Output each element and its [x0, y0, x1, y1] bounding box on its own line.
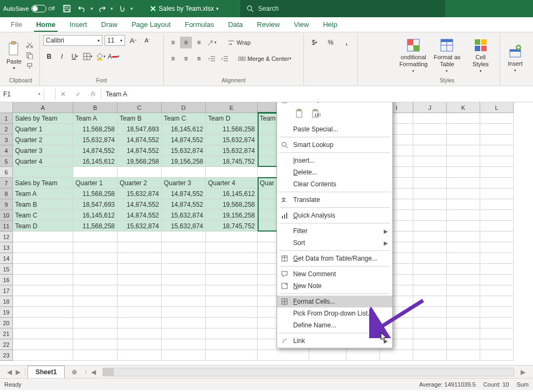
cell[interactable]: [480, 307, 514, 318]
cell[interactable]: [413, 285, 447, 296]
cell[interactable]: [13, 232, 73, 242]
row-header-13[interactable]: 13: [0, 242, 13, 253]
cell[interactable]: 15,632,874: [162, 210, 206, 221]
cell[interactable]: [480, 350, 514, 361]
cell[interactable]: [73, 253, 117, 264]
cell[interactable]: Team A: [13, 188, 73, 199]
cell[interactable]: [413, 178, 447, 188]
cell[interactable]: [480, 178, 514, 188]
redo-button[interactable]: [95, 2, 108, 15]
cell[interactable]: [162, 318, 206, 328]
cell[interactable]: [480, 296, 514, 307]
row-header-7[interactable]: 7: [0, 178, 13, 188]
cell[interactable]: 14,874,552: [117, 135, 162, 145]
cell[interactable]: [117, 264, 162, 275]
cell[interactable]: Sales by Team: [13, 178, 73, 188]
cell[interactable]: 18,547,693: [73, 199, 117, 210]
cell[interactable]: [117, 242, 162, 253]
cm-link[interactable]: Link▶: [277, 335, 392, 347]
cell[interactable]: [13, 264, 73, 275]
cell-styles-button[interactable]: Cell Styles▾: [465, 37, 496, 74]
select-all-corner[interactable]: [0, 102, 13, 113]
cell[interactable]: [413, 199, 447, 210]
tab-data[interactable]: Data: [221, 17, 249, 32]
cell[interactable]: [480, 124, 514, 135]
tab-page-layout[interactable]: Page Layout: [125, 17, 177, 32]
cell[interactable]: [447, 264, 480, 275]
cell[interactable]: [117, 167, 162, 178]
italic-button[interactable]: I: [56, 51, 68, 62]
cell[interactable]: 16,145,612: [162, 124, 206, 135]
cell[interactable]: [413, 350, 447, 361]
cell[interactable]: 16,145,612: [206, 188, 258, 199]
col-header-K[interactable]: K: [447, 102, 480, 113]
cell[interactable]: [117, 318, 162, 328]
cell[interactable]: [206, 275, 258, 285]
cell[interactable]: Team C: [162, 113, 206, 124]
cancel-formula-button[interactable]: ✕: [56, 87, 71, 102]
paste-option-default[interactable]: [293, 107, 306, 120]
row-header-6[interactable]: 6: [0, 167, 13, 178]
cell[interactable]: 18,745,752: [206, 221, 258, 232]
row-header-23[interactable]: 23: [0, 350, 13, 361]
insert-function-button[interactable]: fx: [86, 87, 101, 102]
cell[interactable]: [162, 264, 206, 275]
horizontal-scrollbar[interactable]: [102, 368, 514, 376]
cell[interactable]: [73, 328, 117, 339]
cell[interactable]: 11,568,258: [73, 188, 117, 199]
paste-option-values[interactable]: 123: [309, 107, 322, 120]
cell[interactable]: Quarter 3: [162, 178, 206, 188]
cell[interactable]: [480, 232, 514, 242]
cell[interactable]: [447, 145, 480, 156]
undo-button[interactable]: [75, 2, 88, 15]
row-header-19[interactable]: 19: [0, 307, 13, 318]
row-header-18[interactable]: 18: [0, 296, 13, 307]
cell[interactable]: [13, 253, 73, 264]
cell[interactable]: Team C: [13, 210, 73, 221]
cell[interactable]: [206, 328, 258, 339]
cell[interactable]: 14,874,552: [162, 199, 206, 210]
cell[interactable]: Team A: [73, 113, 117, 124]
cm-get-data[interactable]: Get Data from Table/Range...: [277, 253, 392, 264]
cell[interactable]: 19,156,258: [206, 210, 258, 221]
cell[interactable]: [480, 210, 514, 221]
currency-button[interactable]: $▾: [309, 37, 321, 48]
cell[interactable]: [413, 328, 447, 339]
cell[interactable]: [413, 232, 447, 242]
cell[interactable]: [480, 339, 514, 350]
cell[interactable]: [413, 275, 447, 285]
cell[interactable]: Quarter 4: [206, 178, 258, 188]
cell[interactable]: [413, 113, 447, 124]
cell[interactable]: [13, 328, 73, 339]
cell[interactable]: [117, 350, 162, 361]
cell[interactable]: 15,632,874: [162, 221, 206, 232]
cell[interactable]: Quarter 2: [13, 135, 73, 145]
tab-help[interactable]: Help: [316, 17, 344, 32]
row-header-20[interactable]: 20: [0, 318, 13, 328]
align-right-button[interactable]: ≡: [193, 53, 205, 65]
cell[interactable]: 14,874,552: [73, 145, 117, 156]
cell[interactable]: [309, 350, 347, 361]
col-header-E[interactable]: E: [206, 102, 258, 113]
cell[interactable]: [413, 307, 447, 318]
tab-view[interactable]: View: [287, 17, 315, 32]
cell[interactable]: Quarter 3: [13, 145, 73, 156]
cell[interactable]: 18,547,693: [117, 124, 162, 135]
cm-pick-list[interactable]: Pick From Drop-down List...: [277, 307, 392, 319]
cell[interactable]: [162, 339, 206, 350]
cell[interactable]: [13, 242, 73, 253]
row-header-2[interactable]: 2: [0, 124, 13, 135]
row-header-22[interactable]: 22: [0, 339, 13, 350]
tab-formulas[interactable]: Formulas: [178, 17, 220, 32]
cell[interactable]: [413, 188, 447, 199]
cell[interactable]: [380, 350, 413, 361]
align-top-button[interactable]: ≡: [167, 37, 179, 48]
cell[interactable]: Team B: [117, 113, 162, 124]
row-header-1[interactable]: 1: [0, 113, 13, 124]
cell[interactable]: 15,632,874: [117, 188, 162, 199]
increase-font-icon[interactable]: A^: [127, 34, 139, 46]
cell[interactable]: [447, 221, 480, 232]
cell[interactable]: [413, 135, 447, 145]
cell[interactable]: [413, 156, 447, 167]
cell[interactable]: [206, 285, 258, 296]
